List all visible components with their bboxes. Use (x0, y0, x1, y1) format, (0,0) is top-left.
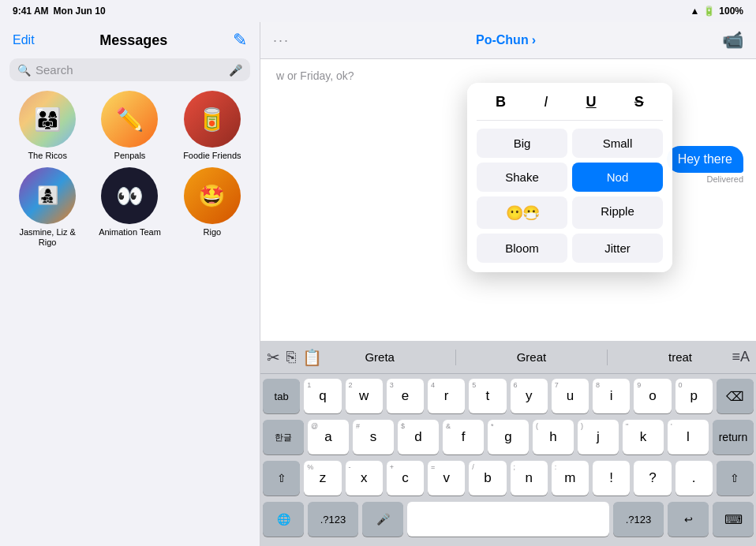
format-option-small[interactable]: Small (572, 129, 663, 158)
key-period[interactable]: . (676, 461, 713, 496)
cursor-key[interactable]: ↩ (668, 502, 709, 537)
bold-button[interactable]: B (489, 92, 512, 112)
delivered-status: Delivered (707, 174, 743, 184)
cut-icon[interactable]: ✂ (267, 348, 280, 367)
avatar: ✏️ (101, 91, 158, 148)
battery-icon: 🔋 (703, 6, 715, 17)
format-option-jitter[interactable]: Jitter (572, 234, 663, 263)
key-row-2: 한글 @a #s $d &f *g (h )j "k 'l return (263, 420, 754, 454)
key-k[interactable]: "k (623, 420, 664, 454)
list-item[interactable]: 👨‍👩‍👧 The Ricos (9, 91, 85, 161)
divider (455, 350, 456, 365)
paste-icon[interactable]: 📋 (302, 348, 322, 367)
key-s[interactable]: #s (353, 420, 394, 454)
battery-level: 100% (719, 6, 743, 17)
list-item[interactable]: 🥫 Foodie Friends (174, 91, 250, 161)
suggestion-great[interactable]: Great (511, 347, 553, 367)
key-b[interactable]: /b (469, 461, 506, 496)
key-f[interactable]: &f (443, 420, 484, 454)
contact-name: Foodie Friends (183, 151, 241, 161)
shift-key-left[interactable]: ⇧ (263, 461, 300, 496)
suggestion-greta[interactable]: Greta (358, 347, 401, 367)
text-format-popup: B I U S Big Small Shake Nod 😶😷 Ripple Bl… (467, 83, 672, 272)
format-option-big[interactable]: Big (477, 129, 567, 158)
suggestion-treat[interactable]: treat (662, 347, 698, 367)
hangul-key[interactable]: 한글 (263, 420, 304, 454)
key-exclaim[interactable]: ! (593, 461, 630, 496)
shift-key-right[interactable]: ⇧ (717, 461, 754, 496)
italic-button[interactable]: I (537, 92, 554, 112)
key-o[interactable]: 9o (634, 379, 671, 413)
list-item[interactable]: 👀 Animation Team (92, 167, 167, 248)
messages-title: Messages (99, 32, 167, 49)
format-option-nod[interactable]: Nod (572, 163, 663, 192)
key-h[interactable]: (h (533, 420, 574, 454)
avatar: 👀 (101, 167, 158, 224)
key-v[interactable]: =v (428, 461, 465, 496)
chat-contact-info[interactable]: Po-Chun › (476, 33, 536, 47)
num-sym-key-left[interactable]: .?123 (308, 502, 358, 537)
key-c[interactable]: +c (387, 461, 424, 496)
video-call-icon[interactable]: 📹 (722, 30, 743, 50)
text-tools: ✂ ⎘ 📋 (267, 348, 322, 367)
chat-panel: ··· Po-Chun › 📹 w or Friday, ok? Hey the… (260, 22, 756, 546)
tab-key[interactable]: tab (263, 379, 300, 413)
key-d[interactable]: $d (398, 420, 439, 454)
copy-icon[interactable]: ⎘ (286, 348, 296, 366)
key-w[interactable]: 2w (346, 379, 383, 413)
format-option-ripple[interactable]: Ripple (572, 196, 663, 229)
status-date: Mon Jun 10 (54, 6, 106, 17)
compose-button[interactable]: ✎ (233, 30, 247, 50)
key-t[interactable]: 5t (469, 379, 506, 413)
key-z[interactable]: %z (304, 461, 341, 496)
key-a[interactable]: @a (308, 420, 349, 454)
spacebar[interactable] (407, 502, 609, 537)
underline-button[interactable]: U (580, 92, 603, 112)
strikethrough-button[interactable]: S (628, 92, 650, 112)
key-question[interactable]: ? (634, 461, 671, 496)
microphone-key[interactable]: 🎤 (362, 502, 403, 537)
key-x[interactable]: -x (346, 461, 383, 496)
contact-name: Animation Team (99, 227, 161, 237)
contact-name: Jasmine, Liz & Rigo (9, 227, 85, 248)
status-bar: 9:41 AM Mon Jun 10 ▲ 🔋 100% (0, 0, 756, 22)
return-key[interactable]: return (713, 420, 754, 454)
format-toolbar: B I U S (477, 92, 663, 121)
format-option-shake[interactable]: Shake (477, 163, 567, 192)
autocomplete-bar: ✂ ⎘ 📋 Greta Great treat ≡A (260, 341, 756, 374)
delete-key[interactable]: ⌫ (717, 379, 754, 413)
format-option-bloom[interactable]: Bloom (477, 234, 567, 263)
key-i[interactable]: 8i (593, 379, 630, 413)
globe-key[interactable]: 🌐 (263, 502, 304, 537)
key-m[interactable]: :m (552, 461, 589, 496)
key-row-4: 🌐 .?123 🎤 .?123 ↩ ⌨ (263, 502, 754, 537)
key-n[interactable]: ;n (511, 461, 548, 496)
contact-name: The Ricos (28, 151, 67, 161)
key-r[interactable]: 4r (428, 379, 465, 413)
text-size-icon[interactable]: ≡A (732, 349, 750, 365)
key-row-1: tab 1q 2w 3e 4r 5t 6y 7u 8i 9o 0p ⌫ (263, 379, 754, 413)
format-option-explode[interactable]: 😶😷 (477, 196, 567, 229)
key-q[interactable]: 1q (304, 379, 341, 413)
format-options-grid: Big Small Shake Nod 😶😷 Ripple Bloom Jitt… (477, 129, 663, 263)
key-u[interactable]: 7u (552, 379, 589, 413)
search-bar[interactable]: 🔍 Search 🎤 (9, 58, 250, 81)
list-item[interactable]: 🤩 Rigo (174, 167, 250, 248)
key-p[interactable]: 0p (676, 379, 713, 413)
list-item[interactable]: 👩‍👧‍👦 Jasmine, Liz & Rigo (9, 167, 85, 248)
hide-keyboard-key[interactable]: ⌨ (713, 502, 754, 537)
num-sym-key-right[interactable]: .?123 (613, 502, 664, 537)
microphone-icon[interactable]: 🎤 (229, 64, 242, 77)
edit-button[interactable]: Edit (13, 33, 35, 47)
key-l[interactable]: 'l (668, 420, 709, 454)
key-y[interactable]: 6y (511, 379, 548, 413)
key-j[interactable]: )j (578, 420, 619, 454)
avatar: 👨‍👩‍👧 (19, 91, 76, 148)
messages-panel: Edit Messages ✎ 🔍 Search 🎤 👨‍👩‍👧 The Ric… (0, 22, 260, 546)
key-g[interactable]: *g (488, 420, 529, 454)
keyboard-rows: tab 1q 2w 3e 4r 5t 6y 7u 8i 9o 0p ⌫ 한글 @… (260, 374, 756, 546)
avatar: 👩‍👧‍👦 (19, 167, 76, 224)
contacts-grid: 👨‍👩‍👧 The Ricos ✏️ Penpals 🥫 Foodie Frie… (0, 88, 260, 255)
key-e[interactable]: 3e (387, 379, 424, 413)
list-item[interactable]: ✏️ Penpals (92, 91, 167, 161)
